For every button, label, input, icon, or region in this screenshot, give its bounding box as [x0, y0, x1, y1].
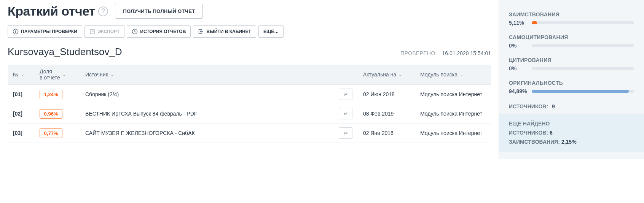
original-value: 94,89%	[509, 88, 528, 94]
info-icon	[13, 29, 19, 35]
percent-badge: 0,77%	[40, 128, 62, 138]
cite-bar	[532, 67, 634, 70]
stats-sidebar: ЗАИМСТВОВАНИЯ 5,11% САМОЦИТИРОВАНИЯ 0% Ц…	[499, 0, 644, 159]
sources-count-label: ИСТОЧНИКОВ:	[509, 103, 548, 109]
header-module[interactable]: Модуль поиска ⌄	[420, 71, 463, 78]
header-share[interactable]: Доляв отчете ⌄	[40, 68, 66, 81]
source-module: Модуль поиска Интернет	[415, 104, 491, 124]
export-label: ЭКСПОРТ	[98, 29, 120, 34]
cite-value: 0%	[509, 65, 528, 71]
borrow-value: 5,11%	[509, 20, 528, 26]
checked-info: ПРОВЕРЕНО: 16.01.2020 15:54:01	[400, 50, 491, 56]
link-icon	[343, 130, 349, 136]
source-title: САЙТ МУЗЕЯ Г. ЖЕЛЕЗНОГОРСКА - СибАК	[80, 124, 333, 143]
header-source[interactable]: Источник ⌄	[85, 71, 114, 78]
row-number: [03]	[8, 124, 34, 143]
percent-badge: 0,96%	[40, 109, 62, 119]
check-params-label: ПАРАМЕТРЫ ПРОВЕРКИ	[21, 29, 77, 34]
extra-found-label-1: ЕЩЕ НАЙДЕНО	[509, 121, 550, 127]
sources-count: ИСТОЧНИКОВ: 9	[499, 99, 644, 114]
sort-icon: ⌄	[21, 72, 24, 77]
exit-icon	[198, 29, 204, 35]
selfcite-label: САМОЦИТИРОВАНИЯ	[509, 34, 634, 40]
cite-stat: ЦИТИРОВАНИЯ 0%	[499, 53, 644, 76]
check-params-button[interactable]: ПАРАМЕТРЫ ПРОВЕРКИ	[8, 25, 82, 38]
source-date: 08 Фев 2019	[358, 104, 415, 124]
selfcite-stat: САМОЦИТИРОВАНИЯ 0%	[499, 30, 644, 53]
sort-icon: ⌄	[399, 72, 402, 77]
table-row: [02]0,96%ВЕСТНИК ИрГСХА Выпуск 84 феврал…	[8, 104, 491, 124]
checked-timestamp: 16.01.2020 15:54:01	[442, 50, 491, 56]
header-number[interactable]: № ⌄	[13, 71, 24, 78]
selfcite-bar	[532, 44, 634, 47]
source-link-button[interactable]	[339, 89, 352, 100]
table-row: [01]1,24%Сборник (2/4)02 Июн 2018Модуль …	[8, 85, 491, 104]
borrow-label: ЗАИМСТВОВАНИЯ	[509, 11, 634, 17]
source-link-button[interactable]	[339, 127, 352, 139]
borrow-bar	[532, 21, 634, 24]
extra-found-count: 6	[550, 130, 553, 136]
get-full-report-button[interactable]: ПОЛУЧИТЬ ПОЛНЫЙ ОТЧЕТ	[115, 4, 203, 19]
more-button[interactable]: ЕЩЁ…	[258, 25, 284, 38]
row-number: [01]	[8, 85, 34, 104]
percent-badge: 1,24%	[40, 90, 62, 99]
header-actual[interactable]: Актуальна на ⌄	[363, 71, 402, 78]
source-date: 02 Июн 2018	[358, 85, 415, 104]
extra-borrow-value: 2,15%	[561, 139, 577, 145]
borrow-stat: ЗАИМСТВОВАНИЯ 5,11%	[499, 8, 644, 30]
extra-sources-box[interactable]: ЕЩЕ НАЙДЕНО ИСТОЧНИКОВ: 6 ЗАИМСТВОВАНИЯ:…	[499, 114, 644, 152]
svg-rect-1	[15, 31, 16, 33]
checked-label: ПРОВЕРЕНО:	[400, 50, 437, 56]
source-title: ВЕСТНИК ИрГСХА Выпуск 84 февраль - PDF	[80, 104, 333, 124]
source-module: Модуль поиска Интернет	[415, 85, 491, 104]
export-button: ЭКСПОРТ	[84, 25, 125, 38]
export-icon	[89, 29, 96, 35]
original-bar	[532, 90, 634, 93]
toolbar: ПАРАМЕТРЫ ПРОВЕРКИ ЭКСПОРТ ИСТОРИЯ ОТЧЕТ…	[8, 25, 491, 38]
sort-icon: ⌄	[460, 72, 463, 77]
link-icon	[343, 91, 349, 97]
sources-table: № ⌄ Доляв отчете ⌄ Источник ⌄ Актуальна …	[8, 65, 491, 143]
source-module: Модуль поиска Интернет	[415, 124, 491, 143]
link-icon	[343, 111, 349, 117]
row-number: [02]	[8, 104, 34, 124]
source-title: Сборник (2/4)	[80, 85, 333, 104]
page-title: Краткий отчет ?	[8, 4, 108, 19]
source-link-button[interactable]	[339, 108, 352, 119]
selfcite-value: 0%	[509, 43, 528, 49]
source-date: 02 Янв 2016	[358, 124, 415, 143]
page-title-text: Краткий отчет	[8, 4, 95, 19]
document-name: Kursovaya_Studentsov_D	[8, 46, 122, 58]
extra-borrow-label: ЗАИМСТВОВАНИЯ:	[509, 139, 560, 145]
svg-point-2	[15, 30, 16, 31]
sources-count-value: 9	[552, 103, 555, 109]
cite-label: ЦИТИРОВАНИЯ	[509, 57, 634, 63]
sort-icon: ⌄	[110, 72, 114, 77]
help-icon[interactable]: ?	[98, 6, 108, 16]
extra-found-label-2: ИСТОЧНИКОВ:	[509, 130, 548, 136]
original-stat: ОРИГИНАЛЬНОСТЬ 94,89%	[499, 76, 644, 99]
original-label: ОРИГИНАЛЬНОСТЬ	[509, 80, 634, 86]
exit-cabinet-label: ВЫЙТИ В КАБИНЕТ	[206, 29, 251, 34]
clock-icon	[132, 29, 138, 35]
sort-icon: ⌄	[62, 72, 66, 77]
more-label: ЕЩЁ…	[263, 29, 279, 34]
report-history-label: ИСТОРИЯ ОТЧЕТОВ	[140, 29, 186, 34]
table-row: [03]0,77%САЙТ МУЗЕЯ Г. ЖЕЛЕЗНОГОРСКА - С…	[8, 124, 491, 143]
report-history-button[interactable]: ИСТОРИЯ ОТЧЕТОВ	[127, 25, 191, 38]
exit-cabinet-button[interactable]: ВЫЙТИ В КАБИНЕТ	[193, 25, 256, 38]
